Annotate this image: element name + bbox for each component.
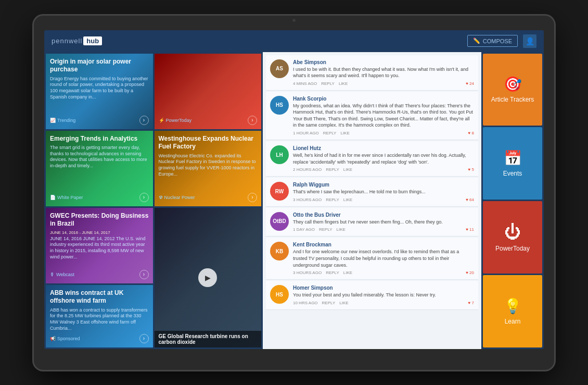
feed-item: HS Homer Simpson You tried your best and… <box>266 281 478 310</box>
feed-time: 2 HOURS AGO <box>293 167 322 172</box>
logo-hub: hub <box>83 36 102 45</box>
feed-name: Otto the Bus Driver <box>293 212 474 218</box>
article-trackers-label: Article Trackers <box>491 96 534 103</box>
feed-text: My goodness, what an idea. Why didn't I … <box>293 103 474 129</box>
tile-abb[interactable]: ABB wins contract at UK offshore wind fa… <box>46 285 153 347</box>
user-icon: 👤 <box>526 37 534 45</box>
tile-analytics-arrow[interactable]: › <box>139 193 149 202</box>
tile-turbine-label: GE Global Research turbine runs on carbo… <box>155 331 262 347</box>
feed-avatar: AS <box>270 59 289 78</box>
tile-solar[interactable]: Origin in major solar power purchase Dra… <box>46 54 153 129</box>
user-profile-button[interactable]: 👤 <box>523 34 536 48</box>
tile-analytics-title: Emerging Trends in Analytics <box>50 135 149 143</box>
tile-webcast[interactable]: GWEC Presents: Doing Business in Brazil … <box>46 208 153 283</box>
sidebar-tile-learn[interactable]: 💡 Learn <box>483 275 542 347</box>
tile-powertoday[interactable]: ⚡ PowerToday › <box>155 54 262 129</box>
feed-avatar: LH <box>270 145 289 164</box>
reply-link[interactable]: REPLY <box>323 131 337 135</box>
tile-abb-category: 📢 Sponsored <box>50 336 80 341</box>
tile-nuclear-desc: Westinghouse Electric Co. expanded its N… <box>159 153 258 191</box>
power-icon: ⚡ <box>159 118 164 123</box>
tile-analytics-category: 📄 White Paper <box>50 195 83 200</box>
tiles-area: Origin in major solar power purchase Dra… <box>44 52 263 349</box>
like-link[interactable]: LIKE <box>339 301 348 305</box>
header: pennwell hub ✏️ COMPOSE 👤 <box>44 30 544 52</box>
feed-like-count: ♥ 20 <box>466 270 474 275</box>
feed-avatar: RW <box>270 182 289 201</box>
feed-scroll[interactable]: AS Abe Simpson I used to be with it. But… <box>263 52 481 349</box>
reply-link[interactable]: REPLY <box>321 81 335 86</box>
social-feed: AS Abe Simpson I used to be with it. But… <box>263 52 481 349</box>
events-icon: 📅 <box>504 150 522 167</box>
feed-actions: 3 HOURS AGO REPLY LIKE ♥ 64 <box>293 197 474 202</box>
reply-link[interactable]: REPLY <box>326 197 339 202</box>
like-link[interactable]: LIKE <box>337 227 346 232</box>
feed-text: I used to be with it. But then they chan… <box>293 66 474 79</box>
power-today-icon: ⏻ <box>504 222 521 242</box>
reply-link[interactable]: REPLY <box>322 301 336 305</box>
feed-container: AS Abe Simpson I used to be with it. But… <box>266 55 478 310</box>
tile-nuclear[interactable]: Westinghouse Expands Nuclear Fuel Factor… <box>155 131 262 206</box>
feed-body: Ralph Wiggum That's where I saw the lepr… <box>293 182 474 202</box>
feed-text: They call them fingers but I've never se… <box>293 219 474 226</box>
tile-nuclear-footer: ☢ Nuclear Power › <box>159 191 258 202</box>
logo: pennwell hub <box>52 36 102 45</box>
like-link[interactable]: LIKE <box>340 131 349 135</box>
feed-time: 10 HRS AGO <box>293 301 318 305</box>
play-button[interactable]: ▶ <box>198 268 217 287</box>
feed-text: Well, he's kind of had it in for me ever… <box>293 152 474 165</box>
feed-time: 1 HOUR AGO <box>293 131 319 135</box>
feed-time: 3 HOURS AGO <box>293 197 322 202</box>
feed-time: 3 HOURS AGO <box>293 270 322 275</box>
feed-item: OtBD Otto the Bus Driver They call them … <box>266 208 478 237</box>
feed-item: HS Hank Scorpio My goodness, what an ide… <box>266 92 478 140</box>
tile-solar-category: 📈 Trending <box>50 118 75 123</box>
tile-solar-arrow[interactable]: › <box>139 116 149 125</box>
tablet-frame: pennwell hub ✏️ COMPOSE 👤 Origi <box>34 16 554 370</box>
whitepaper-icon: 📄 <box>50 195 56 200</box>
tile-webcast-arrow[interactable]: › <box>139 270 149 279</box>
tile-turbine[interactable]: ▶ GE Global Research turbine runs on car… <box>155 208 262 347</box>
reply-link[interactable]: REPLY <box>319 227 333 232</box>
feed-like-count: ♥ 5 <box>468 167 474 172</box>
tile-powertoday-arrow[interactable]: › <box>248 116 257 125</box>
tile-analytics[interactable]: Emerging Trends in Analytics The smart g… <box>46 131 153 206</box>
feed-body: Lionel Hutz Well, he's kind of had it in… <box>293 145 474 172</box>
reply-link[interactable]: REPLY <box>326 270 339 275</box>
like-link[interactable]: LIKE <box>343 167 352 172</box>
tile-nuclear-arrow[interactable]: › <box>248 193 257 202</box>
feed-like-count: ♥ 8 <box>468 131 474 135</box>
header-right: ✏️ COMPOSE 👤 <box>467 34 536 48</box>
feed-name: Hank Scorpio <box>293 96 474 102</box>
feed-avatar: KB <box>270 242 289 260</box>
like-link[interactable]: LIKE <box>343 197 352 202</box>
feed-actions: 2 HOURS AGO REPLY LIKE ♥ 5 <box>293 167 474 172</box>
sidebar-tile-events[interactable]: 📅 Events <box>483 127 542 200</box>
tile-webcast-category: 🎙 Webcast <box>50 272 74 277</box>
tile-nuclear-category: ☢ Nuclear Power <box>159 195 195 200</box>
reply-link[interactable]: REPLY <box>326 167 339 172</box>
compose-button[interactable]: ✏️ COMPOSE <box>467 35 518 47</box>
tile-powertoday-footer: ⚡ PowerToday › <box>159 114 258 125</box>
tile-abb-desc: ABB has won a contract to supply transfo… <box>50 307 149 332</box>
sidebar-tile-power-today[interactable]: ⏻ PowerToday <box>483 201 542 274</box>
tile-abb-arrow[interactable]: › <box>139 334 149 343</box>
logo-pennwell: pennwell <box>52 37 82 45</box>
tile-powertoday-category: ⚡ PowerToday <box>159 118 192 123</box>
feed-name: Kent Brockman <box>293 242 474 247</box>
tile-solar-footer: 📈 Trending › <box>50 114 149 125</box>
sponsored-icon: 📢 <box>50 336 56 341</box>
sidebar-tile-article-trackers[interactable]: 🎯 Article Trackers <box>483 54 542 126</box>
like-link[interactable]: LIKE <box>343 270 352 275</box>
feed-avatar: OtBD <box>270 212 289 231</box>
feed-body: Hank Scorpio My goodness, what an idea. … <box>293 96 474 135</box>
trending-icon: 📈 <box>50 118 56 123</box>
like-link[interactable]: LIKE <box>339 81 348 86</box>
tile-analytics-desc: The smart grid is getting smarter every … <box>50 145 149 190</box>
tile-solar-title: Origin in major solar power purchase <box>50 58 149 74</box>
pencil-icon: ✏️ <box>473 38 480 44</box>
tile-webcast-date: JUNE 14, 2016 - JUNE 14, 2017 <box>50 230 149 235</box>
feed-avatar: HS <box>270 96 289 115</box>
main-content: Origin in major solar power purchase Dra… <box>44 52 544 349</box>
feed-actions: 3 HOURS AGO REPLY LIKE ♥ 20 <box>293 270 474 275</box>
